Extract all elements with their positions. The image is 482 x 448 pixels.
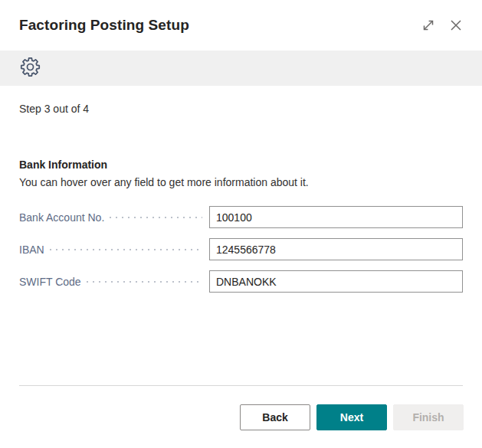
step-indicator: Step 3 out of 4 bbox=[19, 103, 463, 115]
section-title: Bank Information bbox=[19, 159, 463, 171]
bank-account-no-input[interactable] bbox=[209, 206, 463, 228]
dialog-header: Factoring Posting Setup bbox=[0, 0, 482, 51]
field-label-bank-account-no: Bank Account No. bbox=[19, 211, 104, 224]
iban-input[interactable] bbox=[209, 238, 463, 260]
wizard-content: Step 3 out of 4 Bank Information You can… bbox=[19, 86, 463, 302]
field-row-bank-account-no: Bank Account No. bbox=[19, 206, 463, 228]
finish-button[interactable]: Finish bbox=[393, 404, 464, 430]
dotted-leader bbox=[87, 281, 202, 283]
expand-button[interactable] bbox=[418, 15, 439, 36]
close-button[interactable] bbox=[445, 15, 467, 36]
expand-diagonal-arrow-icon bbox=[421, 18, 436, 33]
field-list: Bank Account No. IBAN SWIFT Code bbox=[19, 206, 463, 293]
page-title: Factoring Posting Setup bbox=[19, 17, 412, 34]
field-row-swift-code: SWIFT Code bbox=[19, 270, 463, 293]
field-label-swift-code: SWIFT Code bbox=[19, 276, 81, 288]
factoring-posting-setup-dialog: Factoring Posting Setup bbox=[0, 0, 482, 448]
back-button[interactable]: Back bbox=[240, 404, 310, 430]
toolbar-band bbox=[0, 51, 482, 86]
swift-code-input[interactable] bbox=[209, 270, 463, 293]
gear-icon bbox=[19, 56, 41, 80]
close-x-icon bbox=[448, 18, 464, 33]
dotted-leader bbox=[50, 249, 202, 250]
settings-button[interactable] bbox=[18, 57, 41, 80]
field-row-iban: IBAN bbox=[19, 238, 463, 260]
field-label-iban: IBAN bbox=[19, 244, 44, 256]
next-button[interactable]: Next bbox=[316, 404, 387, 430]
footer-separator bbox=[19, 385, 463, 386]
section-description: You can hover over any field to get more… bbox=[19, 176, 463, 189]
dotted-leader bbox=[110, 217, 202, 218]
footer-buttons: Back Next Finish bbox=[240, 404, 464, 430]
